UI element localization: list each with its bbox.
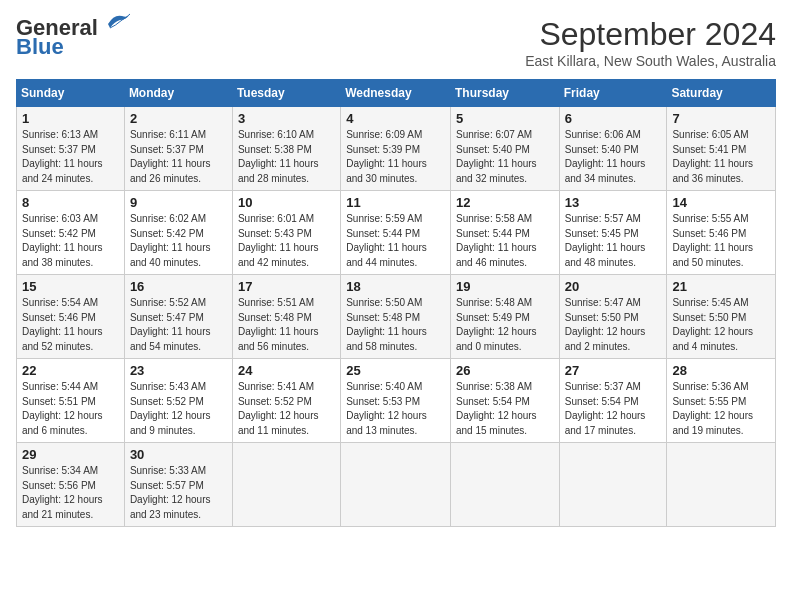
calendar-cell: 15Sunrise: 5:54 AM Sunset: 5:46 PM Dayli… [17, 275, 125, 359]
calendar-cell: 9Sunrise: 6:02 AM Sunset: 5:42 PM Daylig… [124, 191, 232, 275]
day-number: 29 [22, 447, 119, 462]
day-number: 15 [22, 279, 119, 294]
day-number: 3 [238, 111, 335, 126]
day-number: 1 [22, 111, 119, 126]
calendar-table: Sunday Monday Tuesday Wednesday Thursday… [16, 79, 776, 527]
day-info: Sunrise: 6:03 AM Sunset: 5:42 PM Dayligh… [22, 212, 119, 270]
day-number: 10 [238, 195, 335, 210]
calendar-cell: 22Sunrise: 5:44 AM Sunset: 5:51 PM Dayli… [17, 359, 125, 443]
calendar-cell: 21Sunrise: 5:45 AM Sunset: 5:50 PM Dayli… [667, 275, 776, 359]
day-number: 23 [130, 363, 227, 378]
day-number: 27 [565, 363, 662, 378]
day-info: Sunrise: 5:40 AM Sunset: 5:53 PM Dayligh… [346, 380, 445, 438]
day-info: Sunrise: 5:34 AM Sunset: 5:56 PM Dayligh… [22, 464, 119, 522]
calendar-cell: 5Sunrise: 6:07 AM Sunset: 5:40 PM Daylig… [450, 107, 559, 191]
calendar-cell: 20Sunrise: 5:47 AM Sunset: 5:50 PM Dayli… [559, 275, 667, 359]
col-friday: Friday [559, 80, 667, 107]
calendar-cell: 24Sunrise: 5:41 AM Sunset: 5:52 PM Dayli… [232, 359, 340, 443]
day-number: 6 [565, 111, 662, 126]
calendar-cell [341, 443, 451, 527]
day-info: Sunrise: 6:09 AM Sunset: 5:39 PM Dayligh… [346, 128, 445, 186]
day-info: Sunrise: 5:47 AM Sunset: 5:50 PM Dayligh… [565, 296, 662, 354]
calendar-cell: 4Sunrise: 6:09 AM Sunset: 5:39 PM Daylig… [341, 107, 451, 191]
calendar-cell [559, 443, 667, 527]
day-number: 13 [565, 195, 662, 210]
day-info: Sunrise: 5:37 AM Sunset: 5:54 PM Dayligh… [565, 380, 662, 438]
calendar-cell: 14Sunrise: 5:55 AM Sunset: 5:46 PM Dayli… [667, 191, 776, 275]
day-info: Sunrise: 5:33 AM Sunset: 5:57 PM Dayligh… [130, 464, 227, 522]
day-number: 30 [130, 447, 227, 462]
calendar-cell: 2Sunrise: 6:11 AM Sunset: 5:37 PM Daylig… [124, 107, 232, 191]
calendar-cell: 28Sunrise: 5:36 AM Sunset: 5:55 PM Dayli… [667, 359, 776, 443]
title-area: September 2024 East Killara, New South W… [525, 16, 776, 69]
day-info: Sunrise: 5:59 AM Sunset: 5:44 PM Dayligh… [346, 212, 445, 270]
day-number: 21 [672, 279, 770, 294]
day-info: Sunrise: 5:43 AM Sunset: 5:52 PM Dayligh… [130, 380, 227, 438]
calendar-cell: 3Sunrise: 6:10 AM Sunset: 5:38 PM Daylig… [232, 107, 340, 191]
col-wednesday: Wednesday [341, 80, 451, 107]
day-number: 24 [238, 363, 335, 378]
day-number: 20 [565, 279, 662, 294]
day-info: Sunrise: 5:52 AM Sunset: 5:47 PM Dayligh… [130, 296, 227, 354]
location-subtitle: East Killara, New South Wales, Australia [525, 53, 776, 69]
day-number: 14 [672, 195, 770, 210]
calendar-cell: 27Sunrise: 5:37 AM Sunset: 5:54 PM Dayli… [559, 359, 667, 443]
day-number: 28 [672, 363, 770, 378]
day-info: Sunrise: 5:57 AM Sunset: 5:45 PM Dayligh… [565, 212, 662, 270]
day-info: Sunrise: 5:54 AM Sunset: 5:46 PM Dayligh… [22, 296, 119, 354]
calendar-cell: 7Sunrise: 6:05 AM Sunset: 5:41 PM Daylig… [667, 107, 776, 191]
day-number: 8 [22, 195, 119, 210]
day-number: 22 [22, 363, 119, 378]
day-number: 5 [456, 111, 554, 126]
calendar-cell: 26Sunrise: 5:38 AM Sunset: 5:54 PM Dayli… [450, 359, 559, 443]
day-info: Sunrise: 6:06 AM Sunset: 5:40 PM Dayligh… [565, 128, 662, 186]
day-info: Sunrise: 6:07 AM Sunset: 5:40 PM Dayligh… [456, 128, 554, 186]
week-row-5: 29Sunrise: 5:34 AM Sunset: 5:56 PM Dayli… [17, 443, 776, 527]
calendar-cell: 19Sunrise: 5:48 AM Sunset: 5:49 PM Dayli… [450, 275, 559, 359]
day-number: 16 [130, 279, 227, 294]
calendar-cell: 6Sunrise: 6:06 AM Sunset: 5:40 PM Daylig… [559, 107, 667, 191]
week-row-1: 1Sunrise: 6:13 AM Sunset: 5:37 PM Daylig… [17, 107, 776, 191]
day-number: 17 [238, 279, 335, 294]
day-info: Sunrise: 5:48 AM Sunset: 5:49 PM Dayligh… [456, 296, 554, 354]
logo: General Blue [16, 16, 132, 60]
calendar-cell: 23Sunrise: 5:43 AM Sunset: 5:52 PM Dayli… [124, 359, 232, 443]
calendar-cell: 17Sunrise: 5:51 AM Sunset: 5:48 PM Dayli… [232, 275, 340, 359]
calendar-cell [450, 443, 559, 527]
col-sunday: Sunday [17, 80, 125, 107]
calendar-cell: 1Sunrise: 6:13 AM Sunset: 5:37 PM Daylig… [17, 107, 125, 191]
calendar-cell [667, 443, 776, 527]
day-info: Sunrise: 5:50 AM Sunset: 5:48 PM Dayligh… [346, 296, 445, 354]
day-number: 26 [456, 363, 554, 378]
day-info: Sunrise: 6:11 AM Sunset: 5:37 PM Dayligh… [130, 128, 227, 186]
day-info: Sunrise: 5:51 AM Sunset: 5:48 PM Dayligh… [238, 296, 335, 354]
calendar-cell: 16Sunrise: 5:52 AM Sunset: 5:47 PM Dayli… [124, 275, 232, 359]
col-saturday: Saturday [667, 80, 776, 107]
day-info: Sunrise: 6:01 AM Sunset: 5:43 PM Dayligh… [238, 212, 335, 270]
header: General Blue September 2024 East Killara… [16, 16, 776, 69]
week-row-4: 22Sunrise: 5:44 AM Sunset: 5:51 PM Dayli… [17, 359, 776, 443]
day-number: 19 [456, 279, 554, 294]
day-info: Sunrise: 6:02 AM Sunset: 5:42 PM Dayligh… [130, 212, 227, 270]
day-info: Sunrise: 6:05 AM Sunset: 5:41 PM Dayligh… [672, 128, 770, 186]
calendar-cell: 30Sunrise: 5:33 AM Sunset: 5:57 PM Dayli… [124, 443, 232, 527]
day-number: 4 [346, 111, 445, 126]
day-number: 12 [456, 195, 554, 210]
calendar-cell: 10Sunrise: 6:01 AM Sunset: 5:43 PM Dayli… [232, 191, 340, 275]
week-row-2: 8Sunrise: 6:03 AM Sunset: 5:42 PM Daylig… [17, 191, 776, 275]
col-tuesday: Tuesday [232, 80, 340, 107]
calendar-cell: 8Sunrise: 6:03 AM Sunset: 5:42 PM Daylig… [17, 191, 125, 275]
day-info: Sunrise: 5:44 AM Sunset: 5:51 PM Dayligh… [22, 380, 119, 438]
day-info: Sunrise: 5:58 AM Sunset: 5:44 PM Dayligh… [456, 212, 554, 270]
day-info: Sunrise: 5:41 AM Sunset: 5:52 PM Dayligh… [238, 380, 335, 438]
col-thursday: Thursday [450, 80, 559, 107]
logo-bird-icon [100, 12, 132, 34]
col-monday: Monday [124, 80, 232, 107]
day-number: 25 [346, 363, 445, 378]
calendar-cell: 25Sunrise: 5:40 AM Sunset: 5:53 PM Dayli… [341, 359, 451, 443]
header-row: Sunday Monday Tuesday Wednesday Thursday… [17, 80, 776, 107]
calendar-cell: 12Sunrise: 5:58 AM Sunset: 5:44 PM Dayli… [450, 191, 559, 275]
calendar-cell: 13Sunrise: 5:57 AM Sunset: 5:45 PM Dayli… [559, 191, 667, 275]
calendar-cell [232, 443, 340, 527]
day-number: 9 [130, 195, 227, 210]
